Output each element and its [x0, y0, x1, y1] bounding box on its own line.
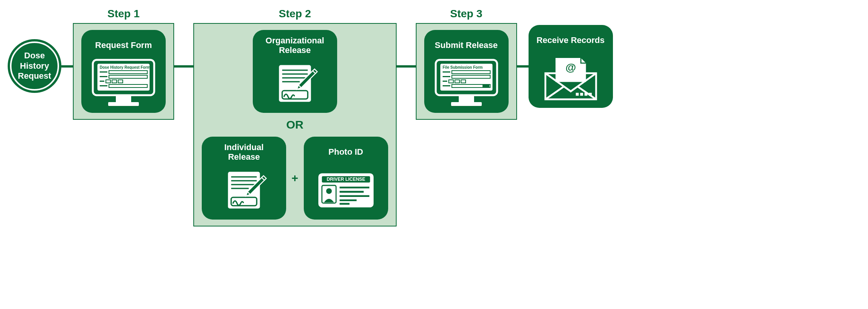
step-3-container: Step 3 Submit Release File Submission Fo… [416, 8, 517, 120]
step-3-label: Step 3 [450, 8, 483, 20]
svg-rect-3 [108, 102, 139, 106]
photo-id-card: Photo ID DRIVER LICENSE [304, 137, 388, 220]
svg-rect-55 [483, 85, 489, 87]
step-1-label: Step 1 [107, 8, 140, 20]
email-envelope-icon: @ [536, 53, 605, 103]
organizational-release-title: OrganizationalRelease [265, 35, 324, 55]
monitor-form-icon: Dose History Request Form [89, 58, 158, 108]
svg-rect-44 [451, 102, 482, 106]
driver-license-icon: DRIVER LICENSE [311, 165, 380, 215]
individual-release-card: IndividualRelease [202, 137, 286, 220]
svg-rect-45 [443, 71, 450, 73]
submit-release-title: Submit Release [435, 35, 498, 55]
connector [397, 65, 416, 68]
individual-release-title: IndividualRelease [224, 142, 264, 162]
receive-records-title: Receive Records [537, 30, 604, 50]
request-form-title: Request Form [95, 35, 152, 55]
connector [174, 65, 193, 68]
step-1-box: Request Form Dose History Request Form [73, 23, 174, 120]
step-2-box: OrganizationalRelease [193, 23, 397, 226]
document-pen-icon [260, 58, 329, 108]
dose-history-request-flow-diagram: Dose History Request Step 1 Request Form… [8, 8, 860, 226]
svg-rect-4 [100, 71, 107, 73]
svg-rect-53 [443, 85, 450, 86]
svg-rect-6 [100, 76, 107, 77]
step-1-container: Step 1 Request Form Dose History Request… [73, 8, 174, 120]
receive-records-card: Receive Records @ [529, 25, 613, 108]
svg-rect-8 [100, 81, 104, 82]
or-label: OR [286, 118, 303, 131]
submit-release-card: Submit Release File Submission Form [424, 30, 509, 113]
monitor-form-icon: File Submission Form [432, 58, 501, 108]
svg-rect-2 [116, 95, 131, 102]
step-2-label: Step 2 [279, 8, 311, 20]
svg-rect-59 [580, 93, 583, 96]
svg-rect-47 [443, 76, 450, 77]
svg-rect-49 [443, 81, 447, 82]
plus-label: + [292, 172, 298, 185]
individual-row: IndividualRelease [202, 137, 388, 220]
form-title-text: Dose History Request Form [100, 65, 150, 69]
svg-rect-12 [100, 85, 107, 86]
svg-rect-43 [459, 95, 474, 102]
svg-text:@: @ [565, 61, 576, 73]
step-3-box: Submit Release File Submission Form [416, 23, 517, 120]
svg-rect-61 [589, 93, 592, 96]
photo-id-title: Photo ID [328, 142, 363, 162]
license-label-text: DRIVER LICENSE [326, 177, 365, 182]
svg-point-35 [326, 188, 332, 194]
connector [61, 65, 73, 68]
request-form-card: Request Form Dose History Request Form [81, 30, 166, 113]
svg-rect-60 [584, 93, 587, 96]
document-pen-icon [209, 165, 278, 215]
organizational-release-card: OrganizationalRelease [253, 30, 337, 113]
connector [517, 65, 529, 68]
start-label: Dose History Request [18, 51, 51, 81]
submit-form-title-text: File Submission Form [443, 65, 483, 69]
step-2-container: Step 2 OrganizationalRelease [193, 8, 397, 226]
start-node: Dose History Request [8, 39, 61, 93]
svg-rect-58 [576, 93, 579, 96]
